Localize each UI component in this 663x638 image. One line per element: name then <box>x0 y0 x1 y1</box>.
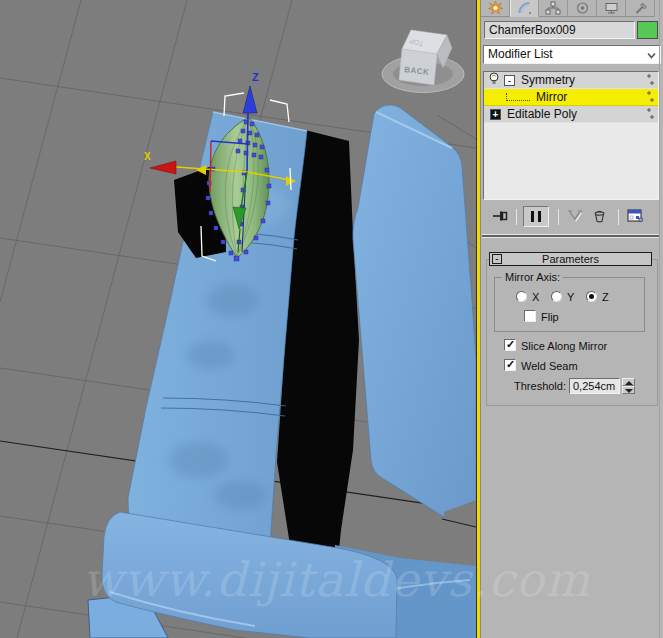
stack-handle-icon <box>645 107 655 124</box>
configure-modifier-sets-icon[interactable] <box>627 209 644 225</box>
rollout-header-parameters[interactable]: - Parameters <box>489 252 652 266</box>
tab-hierarchy[interactable] <box>539 0 568 17</box>
command-panel-tabs <box>481 0 663 17</box>
radio-z-label[interactable]: Z <box>602 291 609 303</box>
tab-motion[interactable] <box>568 0 597 17</box>
weld-seam-label[interactable]: Weld Seam <box>521 360 578 372</box>
stack-item-label: Mirror <box>536 90 567 104</box>
pin-stack-icon[interactable] <box>491 209 509 225</box>
stack-handle-icon <box>645 90 655 107</box>
stack-item-label: Editable Poly <box>507 107 577 121</box>
radio-z[interactable] <box>586 291 597 302</box>
collapse-icon[interactable]: - <box>492 254 502 264</box>
stack-handle-icon <box>645 73 655 90</box>
viewport[interactable]: Z X BACK TOP <box>0 0 476 638</box>
modifier-stack: - Symmetry Mirror + Editable Poly <box>483 71 659 200</box>
check-icon: ✓ <box>506 338 515 351</box>
threshold-label: Threshold: <box>486 380 566 392</box>
rollout-title: Parameters <box>542 253 599 265</box>
flip-checkbox[interactable] <box>524 310 536 322</box>
expand-toggle[interactable]: + <box>490 109 501 120</box>
stack-item-symmetry[interactable]: - Symmetry <box>484 72 658 89</box>
modifier-list-dropdown[interactable]: Modifier List <box>483 45 661 64</box>
remove-modifier-icon[interactable] <box>592 209 607 225</box>
max-window: Z X BACK TOP <box>0 0 663 638</box>
z-axis-label: Z <box>252 71 259 83</box>
tab-display[interactable] <box>597 0 626 17</box>
group-label: Mirror Axis: <box>502 271 563 283</box>
hierarchy-icon <box>545 1 561 15</box>
spinner-up-button[interactable] <box>622 378 635 386</box>
panel-divider <box>482 234 660 238</box>
radio-y-label[interactable]: Y <box>567 291 574 303</box>
spinner-down-button[interactable] <box>622 386 635 394</box>
x-axis-label: X <box>144 151 151 162</box>
stack-connector <box>506 93 530 101</box>
weld-seam-checkbox[interactable]: ✓ <box>504 359 516 371</box>
display-icon <box>604 1 619 15</box>
mirror-axis-group: Mirror Axis: X Y Z Flip <box>494 277 645 332</box>
radio-x-label[interactable]: X <box>532 291 539 303</box>
threshold-spinner <box>622 378 635 394</box>
modify-icon <box>517 1 532 15</box>
stack-toolbar <box>481 205 663 228</box>
create-icon <box>488 1 503 15</box>
panel-right-edge <box>659 0 660 638</box>
flip-label[interactable]: Flip <box>541 311 559 323</box>
make-unique-icon[interactable] <box>567 209 583 224</box>
radio-x[interactable] <box>516 291 527 302</box>
stack-item-label: Symmetry <box>521 73 575 87</box>
tab-create[interactable] <box>481 0 510 17</box>
stack-item-editable-poly[interactable]: + Editable Poly <box>484 106 658 123</box>
gizmo-z-axis[interactable] <box>247 113 248 172</box>
utilities-icon <box>633 1 648 15</box>
tab-utilities[interactable] <box>626 0 655 17</box>
chevron-down-icon <box>646 49 657 66</box>
collapse-toggle[interactable]: - <box>504 75 515 86</box>
object-color-swatch[interactable] <box>637 21 658 39</box>
modifier-list-label: Modifier List <box>488 47 553 61</box>
threshold-value: 0,254cm <box>573 380 615 392</box>
command-panel: ChamferBox009 Modifier List - Symmetry <box>480 0 663 638</box>
check-icon: ✓ <box>506 358 515 371</box>
object-name-text: ChamferBox009 <box>489 23 576 37</box>
motion-icon <box>575 1 590 15</box>
tab-modify[interactable] <box>510 0 539 17</box>
show-end-result-button[interactable] <box>523 206 549 227</box>
slice-along-mirror-label[interactable]: Slice Along Mirror <box>521 340 607 352</box>
object-name-field[interactable]: ChamferBox009 <box>484 21 635 39</box>
radio-y[interactable] <box>551 291 562 302</box>
slice-along-mirror-checkbox[interactable]: ✓ <box>504 339 516 351</box>
couch-side-panel[interactable] <box>353 105 476 524</box>
stack-item-mirror[interactable]: Mirror <box>484 89 658 106</box>
bulb-icon[interactable] <box>488 72 500 89</box>
threshold-input[interactable]: 0,254cm <box>569 378 620 394</box>
